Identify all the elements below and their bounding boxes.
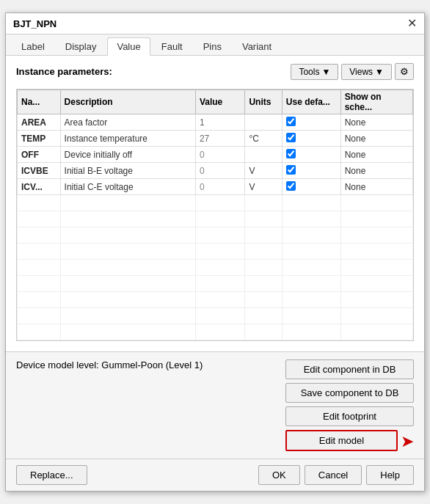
tools-label: Tools bbox=[299, 67, 319, 77]
footer-right: OK Cancel Help bbox=[258, 465, 414, 485]
col-header-description: Description bbox=[60, 90, 195, 114]
action-buttons-panel: Edit component in DB Save component to D… bbox=[285, 359, 414, 451]
cell-description: Area factor bbox=[60, 114, 195, 131]
use-default-checkbox[interactable] bbox=[286, 117, 296, 126]
cell-description: Instance temperature bbox=[60, 131, 195, 147]
tab-label[interactable]: Label bbox=[12, 37, 54, 55]
col-header-value: Value bbox=[195, 90, 245, 114]
cell-show-on-sch: None bbox=[340, 179, 412, 195]
dialog-title: BJT_NPN bbox=[13, 18, 57, 29]
close-button[interactable]: ✕ bbox=[407, 18, 417, 29]
cell-description: Initial B-E voltage bbox=[60, 163, 195, 179]
empty-row bbox=[18, 227, 413, 244]
cell-units bbox=[245, 147, 282, 163]
col-header-units: Units bbox=[245, 90, 282, 114]
empty-row bbox=[18, 276, 413, 292]
use-default-checkbox[interactable] bbox=[286, 149, 296, 158]
cell-name: AREA bbox=[18, 114, 61, 131]
table-row[interactable]: OFFDevice initially off0None bbox=[18, 147, 413, 163]
cell-value: 1 bbox=[195, 114, 245, 131]
cell-show-on-sch: None bbox=[340, 163, 412, 179]
views-arrow-icon: ▼ bbox=[375, 67, 384, 77]
empty-row bbox=[18, 324, 413, 340]
title-bar: BJT_NPN ✕ bbox=[6, 13, 424, 34]
col-header-showonsch: Show on sche... bbox=[340, 90, 412, 114]
table-row[interactable]: ICV...Initial C-E voltage0VNone bbox=[18, 179, 413, 195]
cell-name: ICV... bbox=[18, 179, 61, 195]
cell-value: 27 bbox=[195, 131, 245, 147]
params-table: Na... Description Value Units Use defa..… bbox=[17, 90, 413, 340]
settings-icon: ⚙ bbox=[400, 66, 409, 77]
red-arrow-icon: ➤ bbox=[401, 432, 414, 451]
table-row[interactable]: TEMPInstance temperature27°CNone bbox=[18, 131, 413, 147]
save-component-db-button[interactable]: Save component to DB bbox=[285, 383, 414, 403]
bottom-left: Device model level: Gummel-Poon (Level 1… bbox=[16, 359, 285, 376]
empty-row bbox=[18, 244, 413, 260]
tab-bar: Label Display Value Fault Pins Variant bbox=[6, 34, 424, 56]
cell-value: 0 bbox=[195, 179, 245, 195]
empty-row bbox=[18, 211, 413, 227]
cell-use-default[interactable] bbox=[282, 163, 340, 179]
views-label: Views bbox=[349, 67, 373, 77]
col-header-usedefault: Use defa... bbox=[282, 90, 340, 114]
cell-show-on-sch: None bbox=[340, 147, 412, 163]
col-header-name: Na... bbox=[18, 90, 61, 114]
ok-button[interactable]: OK bbox=[258, 465, 300, 485]
cell-value: 0 bbox=[195, 163, 245, 179]
section-header: Instance parameters: Tools ▼ Views ▼ ⚙ bbox=[16, 63, 414, 80]
cell-use-default[interactable] bbox=[282, 179, 340, 195]
cell-units: V bbox=[245, 163, 282, 179]
empty-row bbox=[18, 292, 413, 308]
empty-row bbox=[18, 195, 413, 211]
tab-pins[interactable]: Pins bbox=[194, 37, 231, 55]
use-default-checkbox[interactable] bbox=[286, 165, 296, 175]
cell-use-default[interactable] bbox=[282, 131, 340, 147]
cell-name: TEMP bbox=[18, 131, 61, 147]
edit-model-row: Edit model ➤ bbox=[285, 430, 414, 451]
instance-params-label: Instance parameters: bbox=[16, 66, 112, 77]
cell-description: Initial C-E voltage bbox=[60, 179, 195, 195]
cell-use-default[interactable] bbox=[282, 114, 340, 131]
bottom-content: Device model level: Gummel-Poon (Level 1… bbox=[16, 359, 414, 451]
replace-button[interactable]: Replace... bbox=[16, 465, 87, 485]
bottom-section: Device model level: Gummel-Poon (Level 1… bbox=[6, 351, 424, 459]
cancel-button[interactable]: Cancel bbox=[305, 465, 362, 485]
cell-show-on-sch: None bbox=[340, 131, 412, 147]
tools-arrow-icon: ▼ bbox=[321, 67, 330, 77]
cell-use-default[interactable] bbox=[282, 147, 340, 163]
empty-row bbox=[18, 260, 413, 276]
tab-display[interactable]: Display bbox=[56, 37, 106, 55]
edit-footprint-button[interactable]: Edit footprint bbox=[285, 406, 414, 426]
tab-fault[interactable]: Fault bbox=[152, 37, 192, 55]
tools-dropdown-button[interactable]: Tools ▼ bbox=[291, 64, 338, 80]
tab-value[interactable]: Value bbox=[107, 37, 150, 56]
help-button[interactable]: Help bbox=[366, 465, 414, 485]
cell-units: °C bbox=[245, 131, 282, 147]
device-model-label: Device model level: Gummel-Poon (Level 1… bbox=[16, 359, 285, 370]
footer-left: Replace... bbox=[16, 465, 87, 485]
cell-description: Device initially off bbox=[60, 147, 195, 163]
empty-row bbox=[18, 308, 413, 324]
table-row[interactable]: ICVBEInitial B-E voltage0VNone bbox=[18, 163, 413, 179]
use-default-checkbox[interactable] bbox=[286, 181, 296, 191]
table-row[interactable]: AREAArea factor1None bbox=[18, 114, 413, 131]
cell-show-on-sch: None bbox=[340, 114, 412, 131]
settings-icon-button[interactable]: ⚙ bbox=[395, 63, 414, 80]
toolbar-buttons: Tools ▼ Views ▼ ⚙ bbox=[291, 63, 414, 80]
cell-units: V bbox=[245, 179, 282, 195]
edit-component-db-button[interactable]: Edit component in DB bbox=[285, 359, 414, 379]
dialog-footer: Replace... OK Cancel Help bbox=[6, 459, 424, 491]
bjt-npn-dialog: BJT_NPN ✕ Label Display Value Fault Pins… bbox=[5, 12, 425, 492]
cell-value: 0 bbox=[195, 147, 245, 163]
cell-units bbox=[245, 114, 282, 131]
main-content: Instance parameters: Tools ▼ Views ▼ ⚙ bbox=[6, 56, 424, 351]
views-dropdown-button[interactable]: Views ▼ bbox=[341, 64, 392, 80]
params-table-container: Na... Description Value Units Use defa..… bbox=[16, 89, 414, 341]
cell-name: OFF bbox=[18, 147, 61, 163]
edit-model-button[interactable]: Edit model bbox=[285, 430, 398, 451]
tab-variant[interactable]: Variant bbox=[233, 37, 281, 55]
cell-name: ICVBE bbox=[18, 163, 61, 179]
use-default-checkbox[interactable] bbox=[286, 133, 296, 142]
